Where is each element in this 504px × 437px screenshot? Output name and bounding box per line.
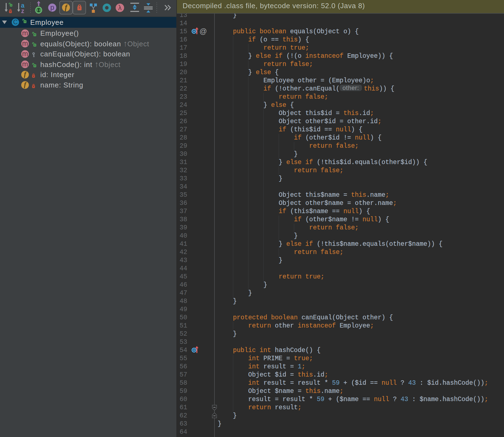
svg-text:z: z [21,7,24,13]
